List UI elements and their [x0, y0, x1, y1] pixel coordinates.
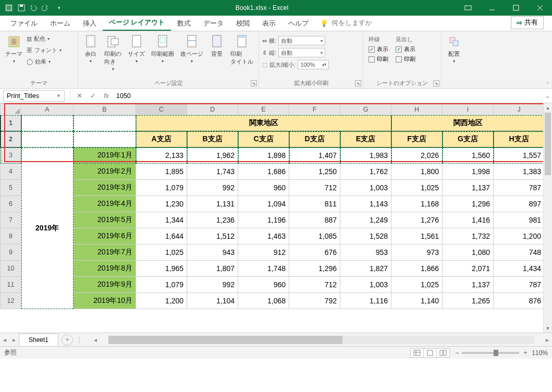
- cell-r8-c4[interactable]: 1,463: [238, 228, 289, 244]
- cell-r8-c6[interactable]: 1,528: [340, 228, 391, 244]
- tab-file[interactable]: ファイル: [4, 16, 44, 31]
- height-field[interactable]: 自動▾: [278, 48, 325, 57]
- cell-r12-c4[interactable]: 1,068: [238, 293, 289, 309]
- cancel-icon[interactable]: ✕: [72, 92, 86, 100]
- save-icon[interactable]: [17, 3, 26, 13]
- cell-r5-c7[interactable]: 1,025: [391, 180, 443, 196]
- row-header-3[interactable]: 3: [1, 148, 21, 164]
- cell-r3-c6[interactable]: 1,983: [340, 148, 391, 164]
- cell-r8-c3[interactable]: 1,512: [187, 228, 238, 244]
- redo-icon[interactable]: [42, 3, 51, 13]
- cell-r9-c6[interactable]: 953: [340, 244, 391, 261]
- cell-r6-c4[interactable]: 1,094: [238, 196, 289, 212]
- cell-r10-c9[interactable]: 1,434: [494, 261, 545, 277]
- cell-r11-c6[interactable]: 1,003: [340, 277, 391, 293]
- expand-formula-bar-icon[interactable]: ⌄: [543, 92, 552, 100]
- cell-r9-c8[interactable]: 1,080: [443, 244, 494, 261]
- cell-r10-c2[interactable]: 1,965: [136, 261, 187, 277]
- print-area-button[interactable]: 印刷範囲▾: [149, 33, 176, 65]
- cell-r11-c3[interactable]: 992: [187, 277, 238, 293]
- cell-r10-c7[interactable]: 1,866: [391, 261, 443, 277]
- cell-r4-c2[interactable]: 1,895: [136, 164, 187, 180]
- cell-r4-c7[interactable]: 1,800: [391, 164, 443, 180]
- cell-r7-c8[interactable]: 1,416: [443, 212, 494, 228]
- collapse-ribbon-icon[interactable]: ˄: [546, 81, 549, 87]
- cell-r5-c3[interactable]: 992: [187, 180, 238, 196]
- cell-r9-c7[interactable]: 973: [391, 244, 443, 261]
- cell-r3-c2[interactable]: 2,133: [136, 148, 187, 164]
- ribbon-display-icon[interactable]: [456, 0, 480, 16]
- share-button[interactable]: ⇨共有: [511, 16, 544, 29]
- tab-split-grip[interactable]: ⋮: [73, 336, 85, 344]
- cell-r7-c9[interactable]: 981: [494, 212, 545, 228]
- headings-print-checkbox[interactable]: 印刷: [396, 55, 415, 63]
- themes-button[interactable]: 亜 テーマ▾: [3, 33, 24, 65]
- cell-r11-c9[interactable]: 787: [494, 277, 545, 293]
- col-header-C[interactable]: C: [136, 104, 187, 115]
- zoom-slider-thumb[interactable]: [494, 350, 498, 356]
- col-header-E[interactable]: E: [238, 104, 289, 115]
- select-all-corner[interactable]: [1, 104, 21, 115]
- cell-r8-c2[interactable]: 1,644: [136, 228, 187, 244]
- tab-page-layout[interactable]: ページ レイアウト: [103, 15, 171, 31]
- tab-data[interactable]: データ: [197, 16, 230, 31]
- arrange-button[interactable]: 配置▾: [445, 33, 463, 65]
- cell-r7-c4[interactable]: 1,196: [238, 212, 289, 228]
- sheet-nav-next-icon[interactable]: ▸: [9, 336, 19, 344]
- undo-icon[interactable]: [29, 3, 39, 13]
- formula-input[interactable]: 1050: [113, 92, 543, 100]
- colors-button[interactable]: ▥配色▾: [27, 33, 62, 44]
- cell-r4-c6[interactable]: 1,762: [340, 164, 391, 180]
- fx-icon[interactable]: fx: [100, 92, 113, 100]
- cell-r12-c5[interactable]: 792: [289, 293, 340, 309]
- name-box[interactable]: Print_Titles▼: [3, 90, 65, 102]
- row-header-11[interactable]: 11: [1, 277, 21, 293]
- cell-r3-c3[interactable]: 1,962: [187, 148, 238, 164]
- cell-r7-c3[interactable]: 1,236: [187, 212, 238, 228]
- qat-customize-icon[interactable]: ▾: [54, 3, 64, 13]
- cell-r10-c6[interactable]: 1,827: [340, 261, 391, 277]
- cell-r3-c7[interactable]: 2,026: [391, 148, 443, 164]
- cell-r5-c6[interactable]: 1,003: [340, 180, 391, 196]
- col-header-I[interactable]: I: [443, 104, 494, 115]
- tab-formulas[interactable]: 数式: [171, 16, 197, 31]
- col-header-J[interactable]: J: [494, 104, 545, 115]
- horizontal-scrollbar[interactable]: [108, 336, 534, 344]
- cell-r5-c8[interactable]: 1,137: [443, 180, 494, 196]
- cell-r12-c8[interactable]: 1,265: [443, 293, 494, 309]
- scale-field[interactable]: 100%▴▾: [298, 60, 329, 69]
- page-setup-launcher[interactable]: ⬊: [251, 80, 257, 87]
- view-page-layout-button[interactable]: [423, 348, 437, 358]
- row-header-10[interactable]: 10: [1, 261, 21, 277]
- cell-r12-c9[interactable]: 876: [494, 293, 545, 309]
- cell-r7-c5[interactable]: 887: [289, 212, 340, 228]
- sheet-opts-launcher[interactable]: ⬊: [433, 80, 439, 87]
- row-header-2[interactable]: 2: [1, 131, 21, 148]
- cell-r8-c8[interactable]: 1,732: [443, 228, 494, 244]
- tab-help[interactable]: ヘルプ: [282, 16, 315, 31]
- cell-r12-c7[interactable]: 1,140: [391, 293, 443, 309]
- sheet-tab-sheet1[interactable]: Sheet1: [19, 334, 58, 346]
- size-button[interactable]: サイズ▾: [126, 33, 147, 65]
- cell-r8-c5[interactable]: 1,085: [289, 228, 340, 244]
- cell-r6-c7[interactable]: 1,168: [391, 196, 443, 212]
- row-header-7[interactable]: 7: [1, 212, 21, 228]
- cell-r4-c5[interactable]: 1,250: [289, 164, 340, 180]
- zoom-out-button[interactable]: −: [455, 349, 459, 357]
- cell-r9-c4[interactable]: 912: [238, 244, 289, 261]
- tell-me[interactable]: 💡 何をしますか: [315, 16, 377, 31]
- view-page-break-button[interactable]: [436, 348, 450, 358]
- cell-r10-c4[interactable]: 1,748: [238, 261, 289, 277]
- row-header-4[interactable]: 4: [1, 164, 21, 180]
- cell-r11-c5[interactable]: 712: [289, 277, 340, 293]
- scroll-down-icon[interactable]: ▼: [544, 324, 552, 333]
- cell-r6-c6[interactable]: 1,143: [340, 196, 391, 212]
- zoom-in-button[interactable]: ＋: [522, 348, 529, 357]
- cell-r5-c4[interactable]: 960: [238, 180, 289, 196]
- col-header-B[interactable]: B: [73, 104, 136, 115]
- gridlines-print-checkbox[interactable]: 印刷: [369, 55, 388, 63]
- col-header-G[interactable]: G: [340, 104, 391, 115]
- cell-r5-c9[interactable]: 787: [494, 180, 545, 196]
- headings-view-checkbox[interactable]: ✓表示: [396, 45, 415, 53]
- hscroll-left-icon[interactable]: ◂: [91, 336, 100, 344]
